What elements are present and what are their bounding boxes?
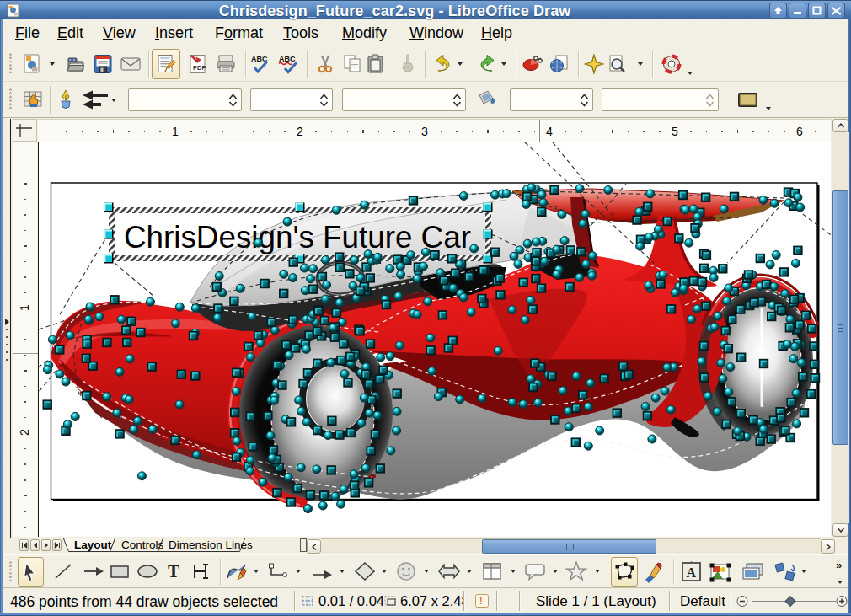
svg-text:ABC: ABC [279,55,296,63]
svg-text:PDF: PDF [193,64,206,72]
svg-text:!: ! [479,596,483,606]
svg-text:A: A [687,565,697,580]
svg-text:Layout: Layout [74,538,112,551]
svg-text:T: T [168,561,179,581]
svg-text:Controls: Controls [121,538,164,551]
svg-text:Dimension Lines: Dimension Lines [169,538,253,551]
svg-text:ChrisDesign's Future Car: ChrisDesign's Future Car [124,220,471,254]
